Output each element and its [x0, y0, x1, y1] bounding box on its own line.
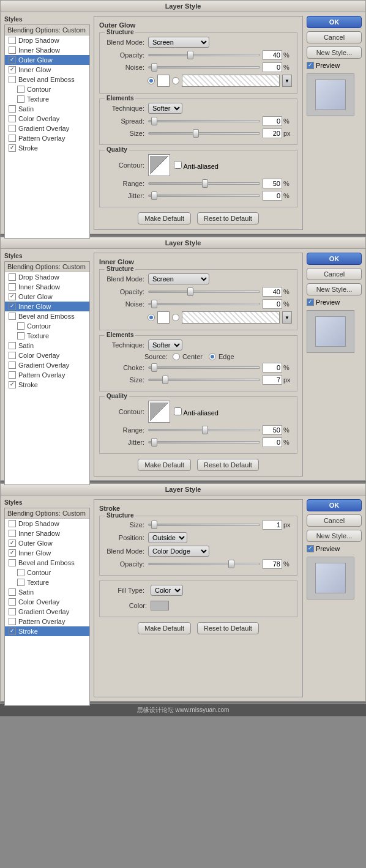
sidebar-item2-drop-shadow[interactable]: Drop Shadow: [5, 272, 89, 282]
range-slider-2[interactable]: [148, 429, 260, 431]
sidebar-item3-outer-glow[interactable]: Outer Glow: [5, 538, 89, 548]
sidebar-item3-drop-shadow[interactable]: Drop Shadow: [5, 519, 89, 529]
sidebar-item-blending-options[interactable]: Blending Options: Custom: [5, 25, 89, 35]
sidebar-item3-inner-glow[interactable]: Inner Glow: [5, 548, 89, 558]
color-dropdown-arrow-1[interactable]: ▼: [282, 75, 292, 87]
choke-slider-2[interactable]: [148, 366, 260, 369]
color-swatch-3[interactable]: [151, 601, 169, 610]
checkbox2-gradient-overlay[interactable]: [9, 362, 16, 369]
sidebar-item2-bevel-emboss[interactable]: Bevel and Emboss: [5, 311, 89, 321]
make-default-btn-1[interactable]: Make Default: [138, 212, 191, 224]
checkbox2-pattern-overlay[interactable]: [9, 371, 16, 379]
sidebar-item3-contour[interactable]: Contour: [5, 568, 89, 577]
checkbox2-drop-shadow[interactable]: [9, 273, 16, 281]
checkbox-satin[interactable]: [9, 105, 16, 113]
jitter-slider-2[interactable]: [148, 441, 260, 443]
color-dropdown-arrow-2[interactable]: ▼: [282, 311, 292, 324]
opacity-input-2[interactable]: [263, 287, 282, 297]
checkbox2-color-overlay[interactable]: [9, 352, 16, 359]
sidebar-item-stroke[interactable]: Stroke: [5, 143, 89, 153]
cancel-btn-3[interactable]: Cancel: [307, 514, 362, 527]
spread-input-1[interactable]: [263, 116, 282, 126]
make-default-btn-2[interactable]: Make Default: [138, 459, 191, 471]
reset-default-btn-2[interactable]: Reset to Default: [197, 459, 259, 471]
noise-input-2[interactable]: [263, 299, 282, 309]
new-style-btn-2[interactable]: New Style...: [307, 283, 362, 295]
sidebar-item2-inner-shadow[interactable]: Inner Shadow: [5, 282, 89, 292]
sidebar-item3-inner-shadow[interactable]: Inner Shadow: [5, 529, 89, 538]
sidebar-item-bevel-emboss[interactable]: Bevel and Emboss: [5, 75, 89, 84]
ok-btn-1[interactable]: OK: [307, 16, 362, 28]
reset-default-btn-1[interactable]: Reset to Default: [197, 212, 259, 224]
sidebar-item-contour[interactable]: Contour: [5, 84, 89, 94]
checkbox2-satin[interactable]: [9, 342, 16, 349]
position-select-3[interactable]: Outside: [148, 532, 187, 543]
preview-checkbox-3[interactable]: [307, 545, 314, 552]
jitter-slider-1[interactable]: [148, 195, 260, 197]
contour-thumbnail-2[interactable]: [148, 401, 170, 423]
technique-select-2[interactable]: Softer: [148, 339, 182, 351]
opacity-thumb-1[interactable]: [187, 51, 193, 59]
sidebar-item-satin[interactable]: Satin: [5, 104, 89, 114]
checkbox2-bevel-emboss[interactable]: [9, 313, 16, 320]
checkbox3-gradient-overlay[interactable]: [9, 608, 16, 615]
checkbox3-stroke[interactable]: [9, 628, 16, 635]
sidebar-item-inner-shadow[interactable]: Inner Shadow: [5, 45, 89, 55]
anti-aliased-checkbox-1[interactable]: [174, 161, 182, 169]
opacity-slider-2[interactable]: [148, 291, 260, 293]
checkbox-texture[interactable]: [17, 95, 24, 103]
contour-thumbnail-1[interactable]: [148, 154, 170, 176]
sidebar-item2-stroke[interactable]: Stroke: [5, 380, 89, 390]
new-style-btn-1[interactable]: New Style...: [307, 46, 362, 59]
opacity-slider-3[interactable]: [148, 563, 260, 565]
checkbox-color-overlay[interactable]: [9, 115, 16, 122]
technique-select-1[interactable]: Softer: [148, 103, 182, 114]
radio-gradient-2[interactable]: [172, 314, 179, 321]
checkbox3-satin[interactable]: [9, 588, 16, 596]
preview-checkbox-2[interactable]: [307, 299, 314, 306]
noise-thumb-1[interactable]: [151, 63, 157, 72]
noise-slider-1[interactable]: [148, 66, 260, 69]
size-thumb-1[interactable]: [193, 129, 199, 138]
choke-thumb-2[interactable]: [151, 363, 157, 372]
sidebar-item2-outer-glow[interactable]: Outer Glow: [5, 292, 89, 302]
sidebar-item3-satin[interactable]: Satin: [5, 587, 89, 597]
make-default-btn-3[interactable]: Make Default: [138, 622, 191, 634]
checkbox-bevel-emboss[interactable]: [9, 76, 16, 83]
sidebar-item-drop-shadow[interactable]: Drop Shadow: [5, 35, 89, 45]
sidebar-item3-gradient-overlay[interactable]: Gradient Overlay: [5, 607, 89, 617]
checkbox3-bevel-emboss[interactable]: [9, 559, 16, 566]
checkbox-contour[interactable]: [17, 86, 24, 93]
size-slider-1[interactable]: [148, 132, 260, 135]
sidebar-item2-satin[interactable]: Satin: [5, 341, 89, 351]
sidebar-item3-color-overlay[interactable]: Color Overlay: [5, 597, 89, 607]
radio-color-2[interactable]: [148, 314, 155, 321]
range-thumb-2[interactable]: [202, 426, 208, 434]
range-input-2[interactable]: [263, 425, 282, 435]
color-swatch-pattern-1[interactable]: [182, 75, 280, 87]
size-input-1[interactable]: [263, 128, 282, 138]
cancel-btn-2[interactable]: Cancel: [307, 268, 362, 280]
noise-slider-2[interactable]: [148, 303, 260, 305]
color-swatch-pattern-2[interactable]: [182, 311, 280, 324]
sidebar-item3-bevel-emboss[interactable]: Bevel and Emboss: [5, 558, 89, 568]
checkbox3-drop-shadow[interactable]: [9, 520, 16, 527]
checkbox2-inner-glow[interactable]: [9, 303, 16, 310]
opacity-input-1[interactable]: [263, 50, 282, 60]
jitter-input-2[interactable]: [263, 437, 282, 447]
blend-mode-select-3[interactable]: Color Dodge: [148, 546, 209, 557]
checkbox3-color-overlay[interactable]: [9, 598, 16, 606]
size-thumb-3[interactable]: [151, 521, 157, 529]
cancel-btn-1[interactable]: Cancel: [307, 31, 362, 43]
radio-color-1[interactable]: [148, 77, 155, 84]
preview-checkbox-1[interactable]: [307, 62, 314, 69]
checkbox-inner-shadow[interactable]: [9, 46, 16, 54]
size-thumb-2[interactable]: [162, 376, 168, 384]
ok-btn-3[interactable]: OK: [307, 499, 362, 511]
checkbox-outer-glow[interactable]: [9, 56, 16, 64]
range-input-1[interactable]: [263, 179, 282, 188]
spread-thumb-1[interactable]: [151, 117, 157, 125]
range-slider-1[interactable]: [148, 182, 260, 185]
noise-input-1[interactable]: [263, 62, 282, 72]
sidebar-item2-contour[interactable]: Contour: [5, 321, 89, 331]
